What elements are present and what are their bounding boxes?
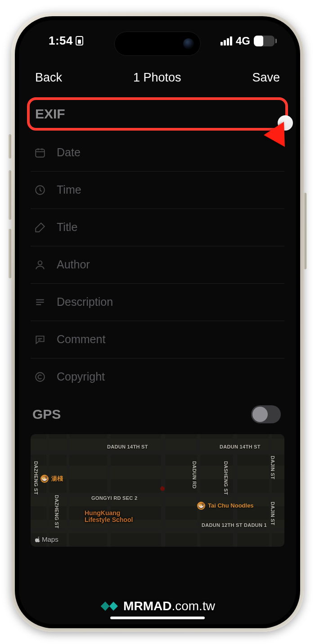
sim-icon [76, 36, 83, 45]
home-indicator[interactable] [110, 617, 205, 619]
street-label: DADUN 12TH ST DADUN 1 [202, 522, 267, 528]
battery-percent: 45 [254, 37, 274, 45]
phone-frame: 1:54 4G 45 [11, 13, 304, 632]
power-button[interactable] [304, 193, 306, 269]
row-label: Time [57, 183, 81, 196]
maps-provider-badge: Maps [35, 535, 58, 543]
back-button[interactable]: Back [35, 71, 62, 85]
exif-fields-list: Date Time [27, 134, 288, 397]
network-type: 4G [236, 35, 250, 47]
gps-section: GPS [27, 397, 288, 434]
row-label: Description [57, 295, 113, 308]
pencil-note-icon [33, 221, 47, 234]
map-poi-school: HungKuangLifestyle School [85, 510, 133, 524]
annotation-pointer-icon [263, 122, 285, 148]
row-label: Date [57, 146, 81, 159]
phone-bezel: 1:54 4G 45 [15, 16, 300, 628]
mute-switch[interactable] [9, 134, 11, 159]
map-poi: 🍜Tai Chu Noodles [197, 502, 254, 510]
exif-section-highlight: EXIF [27, 97, 288, 131]
status-right: 4G 45 [220, 35, 274, 47]
street-label: DAJIN ST [270, 502, 275, 526]
row-author[interactable]: Author [31, 246, 284, 284]
row-label: Title [57, 221, 77, 234]
page-title: 1 Photos [133, 71, 181, 85]
person-icon [33, 258, 47, 272]
svg-rect-1 [78, 40, 81, 44]
street-label: DASHENG ST [223, 461, 229, 495]
watermark: MRMAD.com.tw [19, 599, 296, 613]
street-label: DADUN 14TH ST [220, 444, 261, 449]
clock-icon [33, 183, 47, 197]
content: EXIF [19, 97, 296, 547]
apple-logo-icon [35, 536, 41, 542]
row-copyright[interactable]: Copyright [31, 358, 284, 397]
status-bar: 1:54 4G 45 [19, 20, 296, 62]
svg-point-4 [38, 261, 42, 265]
watermark-domain: .com.tw [171, 599, 215, 613]
street-label: GONGYI RD SEC 2 [91, 495, 137, 501]
street-label: DAJIN ST [270, 456, 275, 480]
battery-icon: 45 [254, 36, 274, 46]
status-time: 1:54 [42, 34, 83, 48]
clock-text: 1:54 [49, 34, 73, 48]
calendar-icon [33, 146, 47, 159]
row-label: Author [57, 258, 90, 271]
cellular-signal-icon [220, 36, 232, 45]
volume-up-button[interactable] [9, 170, 11, 220]
row-time[interactable]: Time [31, 172, 284, 209]
volume-down-button[interactable] [9, 229, 11, 278]
lines-icon [33, 295, 47, 309]
save-button[interactable]: Save [252, 71, 280, 85]
gps-label: GPS [32, 407, 61, 422]
street-label: DAZHENG ST [54, 495, 59, 529]
comment-icon [33, 333, 47, 346]
svg-rect-2 [36, 149, 45, 157]
row-title[interactable]: Title [31, 209, 284, 246]
row-label: Comment [57, 333, 105, 346]
row-label: Copyright [57, 370, 105, 383]
svg-point-5 [36, 372, 45, 381]
street-label: DADUN 14TH ST [107, 444, 148, 449]
watermark-logo-icon [100, 599, 119, 613]
watermark-brand: MRMAD [123, 599, 171, 613]
row-description[interactable]: Description [31, 284, 284, 321]
street-label: DADUN RD [192, 461, 197, 489]
copyright-icon [33, 370, 47, 384]
nav-bar: Back 1 Photos Save [19, 62, 296, 97]
screen: 1:54 4G 45 [19, 20, 296, 624]
row-comment[interactable]: Comment [31, 321, 284, 358]
row-date[interactable]: Date [31, 134, 284, 172]
gps-toggle[interactable] [251, 405, 281, 423]
street-label: DAZHENG ST [33, 461, 39, 495]
map-preview[interactable]: DADUN 14TH ST DADUN 14TH ST DADUN 12TH S… [31, 434, 284, 547]
map-poi: 🍜湯棧 [40, 475, 63, 483]
exif-label: EXIF [35, 106, 65, 122]
